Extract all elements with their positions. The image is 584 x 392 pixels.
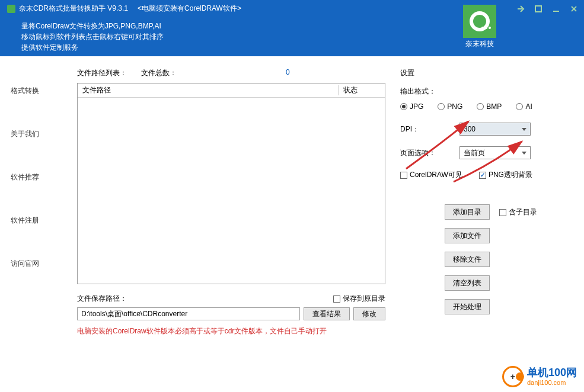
warning-text: 电脑安装的CorelDraw软件版本必须高于或等于cdr文件版本，文件自己手动打… bbox=[77, 326, 577, 336]
action-buttons: 添加目录 添加文件 移除文件 清空列表 开始处理 bbox=[445, 204, 490, 314]
watermark: + 单机100网 danji100.com bbox=[502, 366, 577, 387]
pin-icon[interactable] bbox=[515, 4, 526, 14]
save-label: 文件保存路径： bbox=[77, 294, 127, 304]
clear-list-button[interactable]: 清空列表 bbox=[445, 275, 490, 291]
sidebar-item-convert[interactable]: 格式转换 bbox=[0, 80, 77, 102]
minimize-icon[interactable] bbox=[551, 4, 561, 14]
radio-ai[interactable]: AI bbox=[516, 102, 532, 111]
app-subtitle: <电脑须安装有CorelDRAW软件> bbox=[138, 4, 241, 14]
subdir-checkbox[interactable]: 含子目录 bbox=[499, 207, 537, 217]
th-path[interactable]: 文件路径 bbox=[78, 85, 339, 95]
svg-rect-0 bbox=[535, 6, 541, 12]
add-file-button[interactable]: 添加文件 bbox=[445, 228, 490, 243]
app-title: 奈末CDR格式批量转换助手 V9.3.1 bbox=[19, 4, 128, 14]
count-value: 0 bbox=[286, 68, 290, 78]
window-controls bbox=[515, 4, 579, 14]
app-icon bbox=[7, 5, 15, 13]
save-path-input[interactable] bbox=[77, 307, 300, 320]
sidebar-item-website[interactable]: 访问官网 bbox=[0, 253, 77, 275]
save-origin-checkbox[interactable]: 保存到原目录 bbox=[333, 294, 385, 304]
list-label: 文件路径列表： bbox=[77, 68, 127, 78]
modify-button[interactable]: 修改 bbox=[353, 307, 385, 320]
png-alpha-checkbox[interactable]: PNG透明背景 bbox=[479, 170, 532, 180]
radio-bmp[interactable]: BMP bbox=[477, 102, 502, 111]
sidebar: 格式转换 关于我们 软件推荐 软件注册 访问官网 bbox=[0, 56, 77, 392]
add-dir-button[interactable]: 添加目录 bbox=[445, 204, 490, 220]
settings-title: 设置 bbox=[400, 68, 578, 78]
close-icon[interactable] bbox=[569, 4, 579, 14]
settings-panel: 设置 输出格式： JPG PNG BMP AI DPI： 300 页面选项： 当… bbox=[400, 68, 578, 192]
brand-logo: 奈末科技 bbox=[463, 5, 496, 49]
th-status[interactable]: 状态 bbox=[339, 85, 385, 95]
view-result-button[interactable]: 查看结果 bbox=[304, 307, 350, 320]
app-header: 奈末CDR格式批量转换助手 V9.3.1 <电脑须安装有CorelDRAW软件>… bbox=[0, 0, 584, 56]
restore-icon[interactable] bbox=[533, 4, 544, 14]
radio-jpg[interactable]: JPG bbox=[400, 102, 423, 111]
count-label: 文件总数： bbox=[141, 68, 177, 78]
format-label: 输出格式： bbox=[400, 86, 578, 97]
remove-file-button[interactable]: 移除文件 bbox=[445, 252, 490, 267]
dpi-select[interactable]: 300 bbox=[459, 123, 531, 136]
sidebar-item-register[interactable]: 软件注册 bbox=[0, 210, 77, 232]
radio-png[interactable]: PNG bbox=[438, 102, 462, 111]
page-select[interactable]: 当前页 bbox=[459, 146, 531, 159]
file-table[interactable]: 文件路径 状态 bbox=[77, 83, 385, 284]
dpi-label: DPI： bbox=[400, 124, 436, 134]
sidebar-item-about[interactable]: 关于我们 bbox=[0, 123, 77, 145]
page-label: 页面选项： bbox=[400, 148, 436, 158]
visible-checkbox[interactable]: CorelDRAW可见 bbox=[400, 170, 462, 180]
start-button[interactable]: 开始处理 bbox=[445, 299, 490, 314]
sidebar-item-recommend[interactable]: 软件推荐 bbox=[0, 166, 77, 188]
watermark-icon: + bbox=[502, 366, 524, 387]
